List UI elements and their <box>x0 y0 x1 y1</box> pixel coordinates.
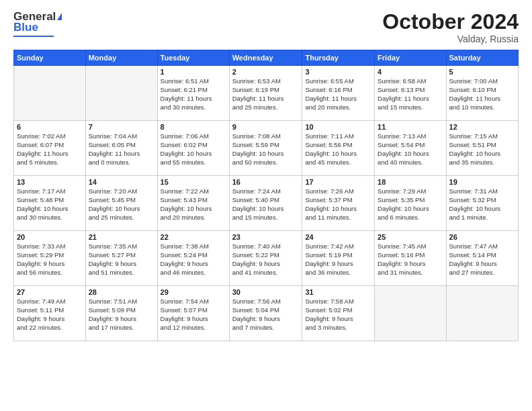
calendar-cell: 31Sunrise: 7:58 AM Sunset: 5:02 PM Dayli… <box>302 286 375 341</box>
weekday-header: Friday <box>375 50 446 66</box>
day-info: Sunrise: 7:56 AM Sunset: 5:04 PM Dayligh… <box>232 298 300 332</box>
day-number: 30 <box>232 288 300 296</box>
day-info: Sunrise: 7:47 AM Sunset: 5:14 PM Dayligh… <box>449 242 515 277</box>
calendar-cell: 26Sunrise: 7:47 AM Sunset: 5:14 PM Dayli… <box>446 231 518 286</box>
day-number: 27 <box>17 288 83 296</box>
day-number: 19 <box>449 178 515 186</box>
calendar-cell: 25Sunrise: 7:45 AM Sunset: 5:16 PM Dayli… <box>375 231 446 286</box>
week-row: 1Sunrise: 6:51 AM Sunset: 6:21 PM Daylig… <box>14 66 519 121</box>
day-number: 21 <box>89 233 154 241</box>
day-number: 11 <box>378 123 443 131</box>
calendar-cell: 1Sunrise: 6:51 AM Sunset: 6:21 PM Daylig… <box>157 66 229 121</box>
title-block: October 2024 Valday, Russia <box>382 10 519 44</box>
day-info: Sunrise: 7:33 AM Sunset: 5:29 PM Dayligh… <box>17 242 83 277</box>
day-info: Sunrise: 7:22 AM Sunset: 5:43 PM Dayligh… <box>161 187 226 222</box>
calendar-cell <box>14 66 86 121</box>
day-info: Sunrise: 6:58 AM Sunset: 6:13 PM Dayligh… <box>378 77 443 111</box>
calendar-cell: 20Sunrise: 7:33 AM Sunset: 5:29 PM Dayli… <box>14 231 86 286</box>
calendar-cell: 27Sunrise: 7:49 AM Sunset: 5:11 PM Dayli… <box>14 286 86 341</box>
weekday-header: Sunday <box>14 50 86 66</box>
day-info: Sunrise: 7:17 AM Sunset: 5:48 PM Dayligh… <box>17 187 83 222</box>
calendar-cell <box>375 286 446 341</box>
day-number: 13 <box>17 178 83 186</box>
day-info: Sunrise: 7:06 AM Sunset: 6:02 PM Dayligh… <box>161 132 226 167</box>
weekday-header: Wednesday <box>229 50 302 66</box>
location: Valday, Russia <box>382 34 519 44</box>
calendar-cell: 9Sunrise: 7:08 AM Sunset: 5:59 PM Daylig… <box>229 121 302 176</box>
weekday-header: Monday <box>85 50 157 66</box>
logo-triangle-icon <box>57 13 62 20</box>
logo-blue: Blue <box>13 21 38 34</box>
day-info: Sunrise: 7:24 AM Sunset: 5:40 PM Dayligh… <box>232 187 300 222</box>
day-info: Sunrise: 7:40 AM Sunset: 5:22 PM Dayligh… <box>232 242 300 277</box>
day-info: Sunrise: 7:11 AM Sunset: 5:56 PM Dayligh… <box>305 132 371 167</box>
calendar-cell: 8Sunrise: 7:06 AM Sunset: 6:02 PM Daylig… <box>157 121 229 176</box>
logo: General Blue <box>13 10 62 37</box>
weekday-header: Saturday <box>446 50 518 66</box>
day-number: 18 <box>378 178 443 186</box>
calendar-cell: 6Sunrise: 7:02 AM Sunset: 6:07 PM Daylig… <box>14 121 86 176</box>
calendar-cell: 28Sunrise: 7:51 AM Sunset: 5:09 PM Dayli… <box>85 286 157 341</box>
day-info: Sunrise: 7:38 AM Sunset: 5:24 PM Dayligh… <box>161 242 226 277</box>
day-info: Sunrise: 6:51 AM Sunset: 6:21 PM Dayligh… <box>161 77 226 111</box>
day-info: Sunrise: 7:42 AM Sunset: 5:19 PM Dayligh… <box>305 242 371 277</box>
calendar-cell: 12Sunrise: 7:15 AM Sunset: 5:51 PM Dayli… <box>446 121 518 176</box>
day-info: Sunrise: 6:55 AM Sunset: 6:16 PM Dayligh… <box>305 77 371 111</box>
day-number: 4 <box>378 68 443 76</box>
week-row: 27Sunrise: 7:49 AM Sunset: 5:11 PM Dayli… <box>14 286 519 341</box>
day-number: 9 <box>232 123 300 131</box>
logo-underline <box>13 36 54 37</box>
day-number: 17 <box>305 178 371 186</box>
day-number: 7 <box>89 123 154 131</box>
calendar-table: SundayMondayTuesdayWednesdayThursdayFrid… <box>13 50 519 341</box>
day-info: Sunrise: 7:29 AM Sunset: 5:35 PM Dayligh… <box>378 187 443 222</box>
day-number: 15 <box>161 178 226 186</box>
calendar-cell: 4Sunrise: 6:58 AM Sunset: 6:13 PM Daylig… <box>375 66 446 121</box>
header-row: SundayMondayTuesdayWednesdayThursdayFrid… <box>14 50 519 66</box>
day-number: 31 <box>305 288 371 296</box>
calendar-cell: 15Sunrise: 7:22 AM Sunset: 5:43 PM Dayli… <box>157 176 229 231</box>
month-title: October 2024 <box>382 10 519 34</box>
day-number: 2 <box>232 68 300 76</box>
day-number: 8 <box>161 123 226 131</box>
day-info: Sunrise: 7:54 AM Sunset: 5:07 PM Dayligh… <box>161 298 226 332</box>
calendar-cell: 14Sunrise: 7:20 AM Sunset: 5:45 PM Dayli… <box>85 176 157 231</box>
calendar-cell: 30Sunrise: 7:56 AM Sunset: 5:04 PM Dayli… <box>229 286 302 341</box>
day-info: Sunrise: 7:49 AM Sunset: 5:11 PM Dayligh… <box>17 298 83 332</box>
calendar-cell: 16Sunrise: 7:24 AM Sunset: 5:40 PM Dayli… <box>229 176 302 231</box>
day-number: 12 <box>449 123 515 131</box>
day-number: 28 <box>89 288 154 296</box>
calendar-cell: 29Sunrise: 7:54 AM Sunset: 5:07 PM Dayli… <box>157 286 229 341</box>
day-info: Sunrise: 7:00 AM Sunset: 6:10 PM Dayligh… <box>449 77 515 111</box>
day-info: Sunrise: 7:02 AM Sunset: 6:07 PM Dayligh… <box>17 132 83 167</box>
day-info: Sunrise: 7:35 AM Sunset: 5:27 PM Dayligh… <box>89 242 154 277</box>
day-info: Sunrise: 7:45 AM Sunset: 5:16 PM Dayligh… <box>378 242 443 277</box>
day-info: Sunrise: 7:51 AM Sunset: 5:09 PM Dayligh… <box>89 298 154 332</box>
day-info: Sunrise: 7:04 AM Sunset: 6:05 PM Dayligh… <box>89 132 154 167</box>
header: General Blue October 2024 Valday, Russia <box>13 10 519 44</box>
day-number: 22 <box>161 233 226 241</box>
week-row: 13Sunrise: 7:17 AM Sunset: 5:48 PM Dayli… <box>14 176 519 231</box>
calendar-cell <box>446 286 518 341</box>
weekday-header: Thursday <box>302 50 375 66</box>
day-info: Sunrise: 7:31 AM Sunset: 5:32 PM Dayligh… <box>449 187 515 222</box>
day-number: 6 <box>17 123 83 131</box>
day-number: 20 <box>17 233 83 241</box>
week-row: 6Sunrise: 7:02 AM Sunset: 6:07 PM Daylig… <box>14 121 519 176</box>
day-info: Sunrise: 7:08 AM Sunset: 5:59 PM Dayligh… <box>232 132 300 167</box>
calendar-cell: 2Sunrise: 6:53 AM Sunset: 6:19 PM Daylig… <box>229 66 302 121</box>
calendar-cell: 23Sunrise: 7:40 AM Sunset: 5:22 PM Dayli… <box>229 231 302 286</box>
day-info: Sunrise: 6:53 AM Sunset: 6:19 PM Dayligh… <box>232 77 300 111</box>
day-number: 1 <box>161 68 226 76</box>
day-info: Sunrise: 7:26 AM Sunset: 5:37 PM Dayligh… <box>305 187 371 222</box>
weekday-header: Tuesday <box>157 50 229 66</box>
calendar-cell: 11Sunrise: 7:13 AM Sunset: 5:54 PM Dayli… <box>375 121 446 176</box>
day-number: 25 <box>378 233 443 241</box>
calendar-cell: 24Sunrise: 7:42 AM Sunset: 5:19 PM Dayli… <box>302 231 375 286</box>
week-row: 20Sunrise: 7:33 AM Sunset: 5:29 PM Dayli… <box>14 231 519 286</box>
calendar-cell <box>85 66 157 121</box>
day-info: Sunrise: 7:15 AM Sunset: 5:51 PM Dayligh… <box>449 132 515 167</box>
day-info: Sunrise: 7:13 AM Sunset: 5:54 PM Dayligh… <box>378 132 443 167</box>
day-number: 23 <box>232 233 300 241</box>
day-number: 24 <box>305 233 371 241</box>
